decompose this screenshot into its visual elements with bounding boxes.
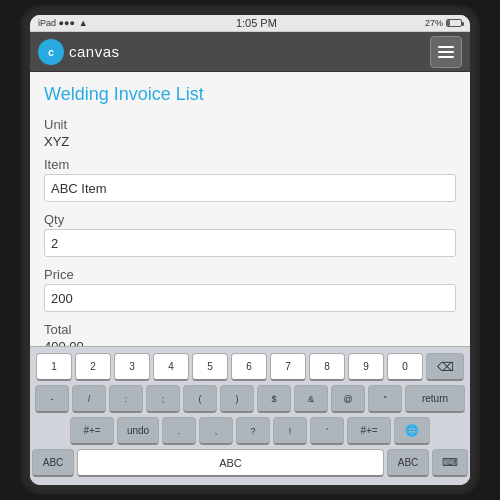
key-hashmode2[interactable]: #+= <box>347 417 391 445</box>
key-abc-left[interactable]: ABC <box>32 449 74 477</box>
keyboard-row-3: #+= undo . , ? ! ' #+= 🌐 <box>32 417 468 445</box>
key-at[interactable]: @ <box>331 385 365 413</box>
signal-icon: iPad ●●● <box>38 18 75 28</box>
key-9[interactable]: 9 <box>348 353 384 381</box>
keyboard-row-4: ABC ABC ABC ⌨ <box>32 449 468 477</box>
qty-label: Qty <box>44 212 456 227</box>
key-exclaim[interactable]: ! <box>273 417 307 445</box>
status-bar: iPad ●●● ▲ 1:05 PM 27% <box>30 15 470 32</box>
key-period[interactable]: . <box>162 417 196 445</box>
canvas-logo-icon: c <box>38 39 64 65</box>
key-8[interactable]: 8 <box>309 353 345 381</box>
key-keyboard-emoji[interactable]: ⌨ <box>432 449 468 477</box>
key-abc-right[interactable]: ABC <box>387 449 429 477</box>
key-quote[interactable]: " <box>368 385 402 413</box>
wifi-icon: ▲ <box>79 18 88 28</box>
key-colon[interactable]: : <box>109 385 143 413</box>
battery-icon <box>446 19 462 27</box>
ipad-frame: iPad ●●● ▲ 1:05 PM 27% c canvas <box>20 5 480 495</box>
menu-line-3 <box>438 56 454 58</box>
total-label: Total <box>44 322 456 337</box>
item-label: Item <box>44 157 456 172</box>
key-dollar[interactable]: $ <box>257 385 291 413</box>
key-6[interactable]: 6 <box>231 353 267 381</box>
status-left: iPad ●●● ▲ <box>38 18 88 28</box>
nav-bar: c canvas <box>30 32 470 72</box>
keyboard-row-1: 1 2 3 4 5 6 7 8 9 0 ⌫ <box>32 353 468 381</box>
battery-percent: 27% <box>425 18 443 28</box>
logo-letter: c <box>48 46 54 58</box>
content-area: Welding Invoice List Unit XYZ Item Qty P… <box>30 72 470 346</box>
key-1[interactable]: 1 <box>36 353 72 381</box>
key-globe[interactable]: 🌐 <box>394 417 430 445</box>
menu-line-1 <box>438 46 454 48</box>
item-input[interactable] <box>44 174 456 202</box>
total-value: 400.00 <box>44 339 456 346</box>
unit-value: XYZ <box>44 134 456 149</box>
keyboard-row-2: - / : ; ( ) $ & @ " return <box>32 385 468 413</box>
battery-fill <box>447 20 451 26</box>
key-amp[interactable]: & <box>294 385 328 413</box>
status-right: 27% <box>425 18 462 28</box>
keyboard[interactable]: 1 2 3 4 5 6 7 8 9 0 ⌫ - / : ; ( ) $ <box>30 346 470 485</box>
menu-lines-icon <box>438 46 454 58</box>
key-lparen[interactable]: ( <box>183 385 217 413</box>
key-slash[interactable]: / <box>72 385 106 413</box>
key-7[interactable]: 7 <box>270 353 306 381</box>
qty-input[interactable] <box>44 229 456 257</box>
key-apostrophe[interactable]: ' <box>310 417 344 445</box>
key-space[interactable]: ABC <box>77 449 384 477</box>
key-3[interactable]: 3 <box>114 353 150 381</box>
key-hashmode[interactable]: #+= <box>70 417 114 445</box>
ipad-screen: iPad ●●● ▲ 1:05 PM 27% c canvas <box>30 15 470 485</box>
menu-line-2 <box>438 51 454 53</box>
canvas-logo: c canvas <box>38 39 120 65</box>
key-rparen[interactable]: ) <box>220 385 254 413</box>
key-5[interactable]: 5 <box>192 353 228 381</box>
key-semicolon[interactable]: ; <box>146 385 180 413</box>
key-2[interactable]: 2 <box>75 353 111 381</box>
key-minus[interactable]: - <box>35 385 69 413</box>
menu-button[interactable] <box>430 36 462 68</box>
canvas-logo-text: canvas <box>69 43 120 60</box>
key-backspace[interactable]: ⌫ <box>426 353 464 381</box>
key-return[interactable]: return <box>405 385 465 413</box>
key-undo[interactable]: undo <box>117 417 159 445</box>
unit-label: Unit <box>44 117 456 132</box>
page-title: Welding Invoice List <box>44 84 456 105</box>
status-time: 1:05 PM <box>236 17 277 29</box>
key-0[interactable]: 0 <box>387 353 423 381</box>
price-input[interactable] <box>44 284 456 312</box>
key-question[interactable]: ? <box>236 417 270 445</box>
price-label: Price <box>44 267 456 282</box>
key-comma[interactable]: , <box>199 417 233 445</box>
key-4[interactable]: 4 <box>153 353 189 381</box>
